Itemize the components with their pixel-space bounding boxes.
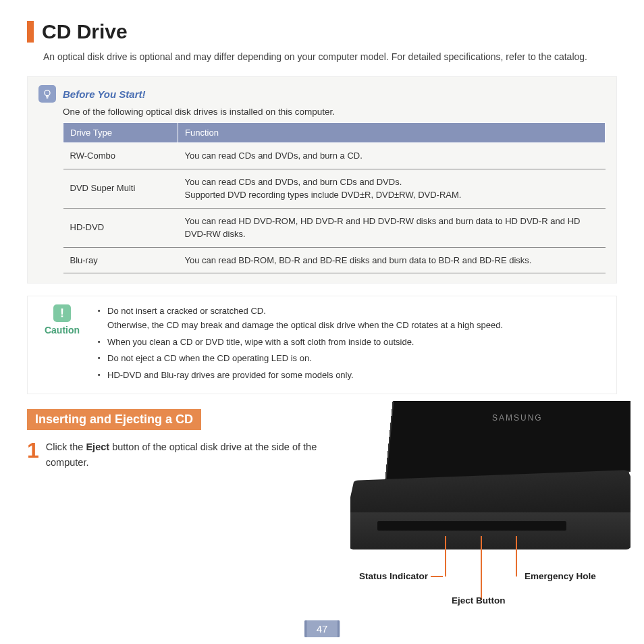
label-emergency-hole: Emergency Hole (525, 571, 596, 581)
warning-icon: ! (53, 304, 71, 322)
drive-type-cell: HD-DVD (63, 208, 178, 247)
callout-line-status (445, 536, 446, 576)
drive-table: Drive Type Function RW-ComboYou can read… (63, 122, 606, 273)
step-text: Click the Eject button of the optical di… (46, 439, 351, 471)
caution-item: HD-DVD and Blu-ray drives are provided f… (98, 369, 503, 383)
drive-func-cell: You can read BD-ROM, BD-R and BD-RE disk… (178, 247, 606, 273)
col-header-type: Drive Type (63, 123, 178, 143)
label-status-indicator: Status Indicator (359, 571, 443, 581)
svg-point-0 (45, 90, 50, 96)
lightbulb-icon (38, 85, 56, 103)
drive-type-cell: RW-Combo (63, 143, 178, 169)
label-eject-button: Eject Button (452, 595, 506, 606)
step-1: 1 Click the Eject button of the optical … (27, 439, 351, 471)
drive-type-cell: Blu-ray (63, 247, 178, 273)
callout-line-emergency (516, 536, 517, 576)
before-you-start-box: Before You Start! One of the following o… (27, 76, 617, 284)
drive-func-cell: You can read CDs and DVDs, and burn a CD… (178, 143, 606, 169)
before-subtext: One of the following optical disk drives… (63, 107, 606, 117)
callout-line-eject (481, 536, 482, 600)
step-number: 1 (27, 439, 39, 471)
caution-item: Do not eject a CD when the CD operating … (98, 352, 503, 366)
caution-box: ! Caution Do not insert a cracked or scr… (27, 296, 617, 394)
caution-item: When you clean a CD or DVD title, wipe w… (98, 336, 503, 350)
caution-item: Do not insert a cracked or scratched CD.… (98, 304, 503, 333)
page-number: 47 (304, 620, 340, 637)
caution-list: Do not insert a cracked or scratched CD.… (98, 304, 503, 385)
table-row: DVD Super MultiYou can read CDs and DVDs… (63, 169, 606, 208)
laptop-illustration: SAMSUNG Status Indicator Eject Button Em… (327, 401, 630, 610)
page-title: CD Drive (42, 20, 128, 43)
before-heading: Before You Start! (63, 88, 146, 100)
title-accent-bar (27, 21, 34, 43)
table-row: HD-DVDYou can read HD DVD-ROM, HD DVD-R … (63, 208, 606, 247)
table-row: RW-ComboYou can read CDs and DVDs, and b… (63, 143, 606, 169)
drive-func-cell: You can read CDs and DVDs, and burn CDs … (178, 169, 606, 208)
brand-label: SAMSUNG (492, 413, 543, 423)
col-header-func: Function (178, 123, 606, 143)
caution-label: Caution (38, 325, 86, 336)
table-row: Blu-rayYou can read BD-ROM, BD-R and BD-… (63, 247, 606, 273)
intro-text: An optical disk drive is optional and ma… (43, 50, 617, 64)
drive-func-cell: You can read HD DVD-ROM, HD DVD-R and HD… (178, 208, 606, 247)
drive-type-cell: DVD Super Multi (63, 169, 178, 208)
section-heading: Inserting and Ejecting a CD (27, 409, 201, 430)
